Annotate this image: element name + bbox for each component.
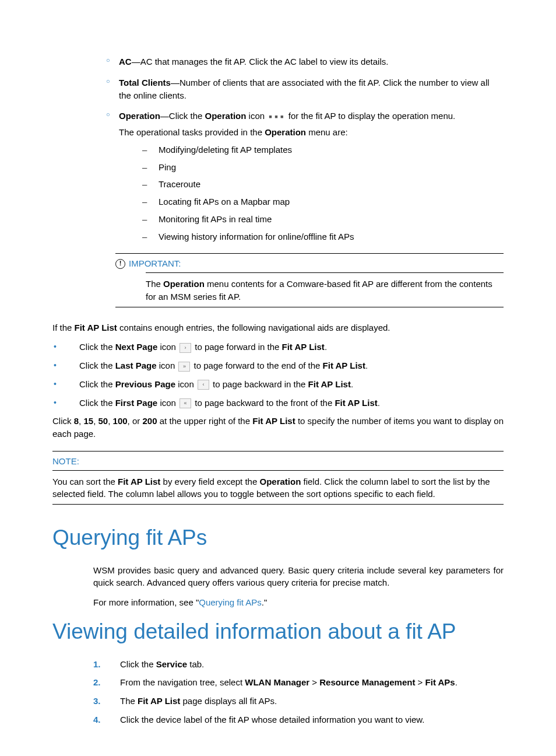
term-ac: AC: [119, 57, 132, 66]
section-viewing-detail: Viewing detailed information about a fit…: [93, 616, 504, 726]
bold-text: First Page: [115, 398, 158, 408]
more-icon: ■ ■ ■: [269, 113, 284, 121]
link-querying-fit-aps[interactable]: Querying fit APs: [199, 597, 262, 607]
bold-text: Resource Management: [319, 677, 415, 687]
text: >: [309, 677, 319, 687]
text: Click the: [79, 398, 115, 408]
step-number: 2.: [93, 676, 101, 689]
circle-list: AC—AC that manages the fit AP. Click the…: [106, 55, 504, 243]
bold-text: 200: [143, 416, 157, 426]
heading-text: IMPORTANT:: [129, 257, 181, 270]
text: >: [415, 677, 425, 687]
text: icon: [157, 360, 178, 370]
list-item: Click the Last Page icon » to page forwa…: [52, 359, 504, 372]
text: —Number of clients that are associated w…: [119, 78, 490, 100]
list-item: Click the First Page icon « to page back…: [52, 397, 504, 410]
note-callout: NOTE: You can sort the Fit AP List by ev…: [52, 451, 504, 505]
previous-page-icon: ‹: [198, 380, 209, 390]
bold-text: Fit AP List: [308, 379, 351, 389]
text: Click the: [79, 342, 115, 352]
heading-viewing-detail: Viewing detailed information about a fit…: [52, 616, 504, 648]
paragraph: WSM provides basic query and advanced qu…: [93, 564, 504, 590]
important-callout: ! IMPORTANT: The Operation menu contents…: [115, 253, 504, 307]
steps-list: 1. Click the Service tab. 2. From the na…: [93, 658, 504, 726]
text: icon: [246, 111, 267, 121]
definition-list: AC—AC that manages the fit AP. Click the…: [93, 55, 504, 307]
bold-text: Fit AP List: [118, 477, 160, 487]
bold-text: Fit AP List: [323, 360, 365, 370]
step-item: 1. Click the Service tab.: [93, 658, 504, 671]
text: —Click the: [160, 111, 205, 121]
last-page-icon: »: [178, 362, 190, 372]
bold-text: Next Page: [115, 342, 158, 352]
bold-text: Previous Page: [115, 379, 175, 389]
paragraph: Click 8, 15, 50, 100, or 200 at the uppe…: [52, 415, 504, 440]
paragraph: If the Fit AP List contains enough entri…: [52, 321, 504, 334]
text: , or: [128, 416, 143, 426]
text: Monitoring fit APs in real time: [159, 214, 272, 224]
bold-text: Operation: [163, 279, 205, 289]
document-page: AC—AC that manages the fit AP. Click the…: [0, 0, 556, 756]
first-page-icon: «: [180, 398, 191, 408]
text: The: [120, 696, 138, 706]
list-item: Ping: [142, 161, 504, 174]
nav-aid-list: Click the Next Page icon › to page forwa…: [52, 341, 504, 409]
text: If the: [52, 323, 75, 332]
text: contains enough entries, the following n…: [117, 323, 390, 332]
next-page-icon: ›: [180, 343, 191, 353]
text: For more information, see ": [93, 597, 199, 607]
text: Viewing history information for online/o…: [159, 232, 354, 242]
bold-text: 15: [83, 416, 93, 426]
step-number: 3.: [93, 695, 101, 708]
heading-querying-fit-aps: Querying fit APs: [52, 522, 504, 554]
bold-text: Operation: [259, 477, 301, 487]
text: to page forward to the end of the: [191, 360, 322, 370]
step-item: 4. Click the device label of the fit AP …: [93, 713, 504, 726]
bold-text: Fit AP List: [75, 323, 117, 332]
text: at the upper right of the: [157, 416, 253, 426]
text: Click: [52, 416, 74, 426]
bold-text: 100: [113, 416, 128, 426]
step-number: 1.: [93, 658, 101, 671]
bold-text: Last Page: [115, 360, 157, 370]
bold-text: Service: [156, 659, 187, 669]
section-querying: Querying fit APs WSM provides basic quer…: [93, 522, 504, 609]
important-body: The Operation menu contents for a Comwar…: [146, 272, 504, 307]
text: Click the: [120, 659, 156, 669]
term-operation: Operation: [119, 111, 160, 121]
text: for the fit AP to display the operation …: [286, 111, 456, 121]
text: tab.: [187, 659, 204, 669]
step-number: 4.: [93, 713, 101, 726]
list-item: Operation—Click the Operation icon ■ ■ ■…: [106, 110, 504, 243]
dash-list: Modifying/deleting fit AP templates Ping…: [142, 144, 504, 243]
term-total-clients: Total Clients: [119, 78, 171, 88]
text: Locating fit APs on a Mapbar map: [159, 197, 290, 206]
text: You can sort the: [52, 477, 118, 487]
note-body: You can sort the Fit AP List by every fi…: [52, 470, 504, 505]
text: menu are:: [306, 127, 348, 137]
text: ,: [108, 416, 112, 426]
text: icon: [175, 379, 196, 389]
text: .: [351, 379, 353, 389]
text: icon: [157, 398, 178, 408]
note-heading: NOTE:: [52, 452, 504, 470]
text: —AC that manages the fit AP. Click the A…: [132, 57, 389, 66]
bold-text: 50: [98, 416, 108, 426]
list-item: AC—AC that manages the fit AP. Click the…: [106, 55, 504, 68]
text: The: [146, 279, 163, 289]
list-item: Monitoring fit APs in real time: [142, 213, 504, 226]
text: Click the: [79, 379, 115, 389]
text: page displays all fit APs.: [180, 696, 277, 706]
list-item: Viewing history information for online/o…: [142, 230, 504, 243]
text: icon: [157, 342, 178, 352]
text: .: [325, 342, 327, 352]
step-item: 3. The Fit AP List page displays all fit…: [93, 695, 504, 708]
text: to page backward in the: [210, 379, 308, 389]
text: Ping: [159, 162, 176, 172]
text: to page backward to the front of the: [192, 398, 335, 408]
text: .: [378, 398, 380, 408]
sub-paragraph: The operational tasks provided in the Op…: [119, 126, 504, 139]
bold-text: Fit AP List: [282, 342, 325, 352]
list-item: Click the Next Page icon › to page forwa…: [52, 341, 504, 354]
list-item: Modifying/deleting fit AP templates: [142, 144, 504, 156]
